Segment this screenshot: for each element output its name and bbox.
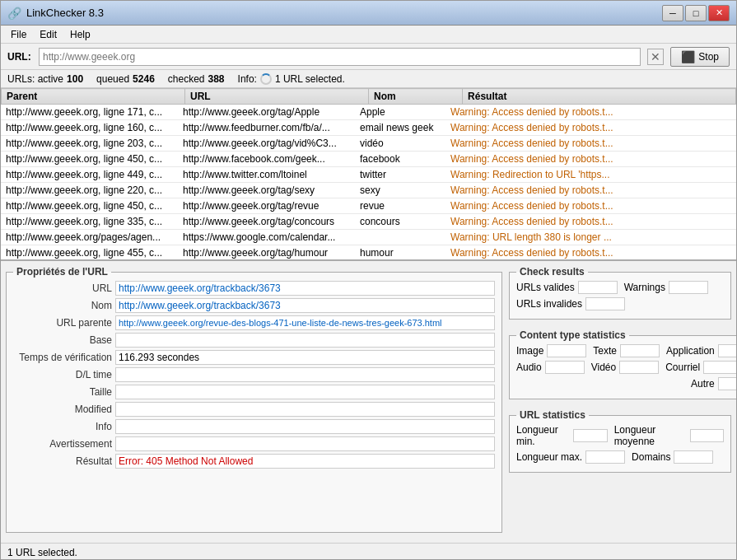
maximize-button[interactable]: □ [685, 5, 707, 21]
image-field [547, 344, 586, 357]
prop-nom: Nom http://www.geeek.org/trackback/3673 [13, 298, 495, 313]
prop-resultat-value: Error: 405 Method Not Allowed [115, 454, 495, 469]
bottom-status-text: 1 URL selected. [7, 547, 77, 558]
info-status: Info: 1 URL selected. [238, 73, 345, 85]
clear-button[interactable]: ✕ [647, 49, 664, 65]
menu-edit[interactable]: Edit [33, 27, 63, 42]
prop-temps: Temps de vérification 116.293 secondes [13, 350, 495, 365]
prop-info: Info [13, 419, 495, 434]
longueur-max-label: Longueur max. [516, 451, 582, 463]
texte-field [620, 344, 660, 357]
longueur-min-field [573, 429, 607, 442]
cell-nom: vidéo [355, 136, 445, 152]
cell-parent: http://www.geeek.org, ligne 171, c... [1, 105, 178, 120]
results-table: Parent URL Nom Résultat [1, 88, 736, 105]
image-texte-row: Image Texte Application [516, 344, 737, 357]
warnings-field [669, 281, 708, 294]
domains-label: Domains [632, 451, 670, 463]
urls-invalides-label: URLs invalides [516, 298, 582, 310]
cell-url: https://www.google.com/calendar... [178, 230, 355, 245]
domains-field [674, 450, 713, 464]
audio-video-row: Audio Vidéo Courriel [516, 361, 737, 374]
cell-resultat: Warning: Access denied by robots.t... [445, 105, 736, 120]
stop-button[interactable]: ⬛ Stop [670, 47, 730, 67]
table-row[interactable]: http://www.geeek.org/pages/agen... https… [1, 230, 736, 245]
prop-temps-label: Temps de vérification [13, 352, 112, 363]
cell-resultat: Warning: Access denied by robots.t... [445, 136, 736, 152]
autre-field [718, 377, 737, 390]
title-bar-left: 🔗 LinkChecker 8.3 [7, 7, 104, 20]
prop-modified-value [115, 402, 495, 417]
cell-nom: facebook [355, 152, 445, 167]
urls-valides-field [578, 281, 618, 294]
audio-field [545, 361, 585, 374]
url-input[interactable] [39, 48, 641, 66]
menu-help[interactable]: Help [63, 27, 97, 42]
urls-valides-label: URLs valides [516, 282, 575, 293]
cell-nom: email news geek [355, 120, 445, 136]
status-bar: URLs: active 100 queued 5246 checked 388… [1, 70, 736, 88]
courriel-label: Courriel [665, 362, 700, 373]
courriel-field [703, 361, 737, 374]
cell-url: http://www.geeek.org/tag/sexy [178, 183, 355, 198]
url-stats-group: URL statistics Longueur min. Longueur mo… [509, 409, 731, 473]
prop-dl-value [115, 367, 495, 382]
col-nom: Nom [369, 89, 463, 105]
cell-resultat: Warning: URL length 380 is longer ... [445, 230, 736, 245]
table-row[interactable]: http://www.geeek.org, ligne 335, c... ht… [1, 214, 736, 230]
table-row[interactable]: http://www.geeek.org, ligne 203, c... ht… [1, 136, 736, 152]
table-row[interactable]: http://www.geeek.org, ligne 171, c... ht… [1, 105, 736, 120]
cell-url: http://www.geeek.org/tag/concours [178, 214, 355, 230]
prop-nom-value: http://www.geeek.org/trackback/3673 [115, 298, 495, 313]
check-results-group: Check results URLs valides Warnings URLs… [509, 266, 731, 320]
cell-url: http://www.facebook.com/geek... [178, 152, 355, 167]
longueur-max-field [585, 450, 625, 464]
table-row[interactable]: http://www.geeek.org, ligne 160, c... ht… [1, 120, 736, 136]
queued-count: queued 5246 [96, 73, 155, 85]
cell-nom: humour [355, 245, 445, 261]
results-table-container: Parent URL Nom Résultat http://www.geeek… [1, 88, 736, 261]
title-bar: 🔗 LinkChecker 8.3 ─ □ ✕ [1, 1, 736, 26]
longueur-moyenne-label: Longueur moyenne [614, 424, 687, 447]
cell-parent: http://www.geeek.org, ligne 449, c... [1, 167, 178, 183]
table-row[interactable]: http://www.geeek.org, ligne 220, c... ht… [1, 183, 736, 198]
properties-title: Propriétés de l'URL [13, 266, 111, 278]
prop-resultat-label: Résultat [13, 455, 112, 467]
prop-base-value [115, 333, 495, 348]
table-row[interactable]: http://www.geeek.org, ligne 450, c... ht… [1, 198, 736, 214]
bottom-status-bar: 1 URL selected. [1, 543, 736, 560]
cell-resultat: Warning: Access denied by robots.t... [445, 245, 736, 261]
urls-valides-row: URLs valides Warnings [516, 281, 724, 294]
right-panel: Check results URLs valides Warnings URLs… [509, 266, 731, 538]
urls-invalides-field [585, 297, 625, 310]
table-row[interactable]: http://www.geeek.org, ligne 450, c... ht… [1, 152, 736, 167]
app-icon: 🔗 [7, 7, 21, 20]
cell-url: http://www.twitter.com/ltoinel [178, 167, 355, 183]
close-button[interactable]: ✕ [708, 5, 730, 21]
audio-label: Audio [516, 362, 542, 373]
active-count: URLs: active 100 [7, 73, 83, 85]
application-label: Application [666, 345, 715, 357]
cell-resultat: Warning: Access denied by robots.t... [445, 183, 736, 198]
cell-url: http://www.geeek.org/tag/vid%C3... [178, 136, 355, 152]
table-row[interactable]: http://www.geeek.org, ligne 455, c... ht… [1, 245, 736, 261]
main-content: Parent URL Nom Résultat http://www.geeek… [1, 88, 736, 543]
results-data-table: http://www.geeek.org, ligne 171, c... ht… [1, 105, 736, 261]
cell-resultat: Warning: Access denied by robots.t... [445, 198, 736, 214]
minimize-button[interactable]: ─ [662, 5, 683, 21]
cell-parent: http://www.geeek.org, ligne 450, c... [1, 198, 178, 214]
prop-url-parente-value: http://www.geeek.org/revue-des-blogs-471… [115, 315, 495, 330]
longueur-min-row: Longueur min. Longueur moyenne [516, 424, 724, 447]
table-row[interactable]: http://www.geeek.org, ligne 449, c... ht… [1, 167, 736, 183]
table-scroll[interactable]: http://www.geeek.org, ligne 171, c... ht… [1, 105, 736, 261]
bottom-panels: Propriétés de l'URL URL http://www.geeek… [1, 261, 736, 543]
prop-info-value [115, 419, 495, 434]
video-label: Vidéo [591, 362, 616, 373]
menu-file[interactable]: File [4, 27, 33, 42]
prop-url-label: URL [13, 282, 112, 294]
cell-nom [355, 230, 445, 245]
prop-resultat: Résultat Error: 405 Method Not Allowed [13, 454, 495, 469]
cell-resultat: Warning: Redirection to URL 'https... [445, 167, 736, 183]
cell-nom: twitter [355, 167, 445, 183]
cell-nom: revue [355, 198, 445, 214]
